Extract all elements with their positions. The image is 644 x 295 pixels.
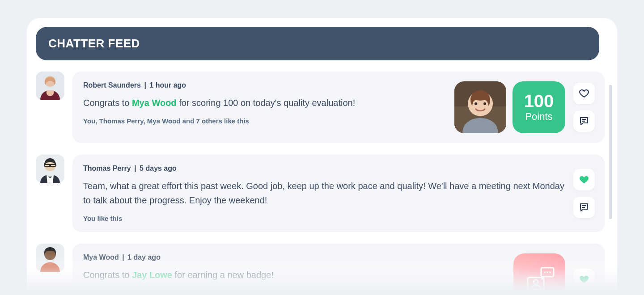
svg-point-21: [547, 271, 548, 273]
post-bubble: Mya Wood | 1 day ago Congrats to Jay Low…: [72, 244, 605, 295]
post-meta: Mya Wood | 1 day ago: [83, 253, 505, 261]
feed-post: Thomas Perry | 5 days ago Team, what a g…: [36, 155, 605, 232]
author-avatar[interactable]: [36, 244, 64, 272]
like-button[interactable]: [573, 83, 595, 104]
points-value: 100: [524, 92, 554, 110]
featured-user-photo: [454, 81, 506, 133]
post-author: Mya Wood: [83, 253, 119, 261]
meta-separator: |: [133, 164, 137, 172]
points-label: Points: [525, 111, 552, 122]
post-meta: Robert Saunders | 1 hour ago: [83, 81, 446, 89]
svg-point-20: [544, 271, 546, 273]
post-bubble: Thomas Perry | 5 days ago Team, what a g…: [72, 155, 605, 232]
author-avatar[interactable]: [36, 155, 64, 183]
post-author: Robert Saunders: [83, 81, 141, 89]
svg-point-22: [549, 271, 551, 273]
post-message: Congrats to Jay Lowe for earning a new b…: [83, 268, 505, 282]
comment-button[interactable]: [573, 110, 595, 132]
presentation-icon: [521, 261, 557, 295]
comment-icon: [579, 116, 589, 126]
likes-summary: You like this: [83, 215, 565, 222]
post-bubble: Robert Saunders | 1 hour ago Congrats to…: [72, 72, 605, 143]
post-text: for earning a new badge!: [172, 270, 274, 280]
scrollbar[interactable]: [609, 85, 612, 219]
user-mention[interactable]: Jay Lowe: [132, 270, 172, 280]
heart-icon: [579, 88, 589, 99]
heart-icon: [579, 174, 589, 185]
earned-badge-tile: [513, 253, 565, 295]
post-text: Congrats to: [83, 98, 132, 108]
comment-button[interactable]: [573, 197, 595, 218]
feed-post: Mya Wood | 1 day ago Congrats to Jay Low…: [36, 244, 605, 295]
author-avatar[interactable]: [36, 72, 64, 100]
feed-post: Robert Saunders | 1 hour ago Congrats to…: [36, 72, 605, 143]
chatter-feed-card: CHATTER FEED Robert Saunders |: [27, 18, 617, 295]
panel-title: CHATTER FEED: [36, 27, 599, 60]
feed-scroll-area: Robert Saunders | 1 hour ago Congrats to…: [36, 72, 605, 295]
post-timestamp: 1 day ago: [127, 253, 161, 261]
comment-icon: [579, 202, 589, 213]
svg-point-5: [475, 102, 477, 105]
like-button[interactable]: [573, 169, 595, 190]
user-mention[interactable]: Mya Wood: [132, 98, 177, 108]
post-timestamp: 1 hour ago: [149, 81, 186, 89]
post-message: Congrats to Mya Wood for scoring 100 on …: [83, 96, 446, 110]
svg-point-18: [534, 280, 538, 284]
post-text: Congrats to: [83, 270, 132, 280]
heart-icon: [579, 274, 589, 285]
post-timestamp: 5 days ago: [140, 164, 177, 172]
post-meta: Thomas Perry | 5 days ago: [83, 164, 565, 173]
post-text: for scoring 100 on today's quality evalu…: [177, 98, 356, 108]
meta-separator: |: [143, 81, 147, 89]
like-button[interactable]: [573, 269, 595, 290]
meta-separator: |: [121, 253, 125, 261]
post-author: Thomas Perry: [83, 164, 131, 172]
points-badge: 100 Points: [513, 81, 565, 133]
likes-summary: You, Thomas Perry, Mya Wood and 7 others…: [83, 117, 446, 125]
svg-point-6: [483, 102, 486, 105]
post-message: Team, what a great effort this past week…: [83, 179, 565, 207]
